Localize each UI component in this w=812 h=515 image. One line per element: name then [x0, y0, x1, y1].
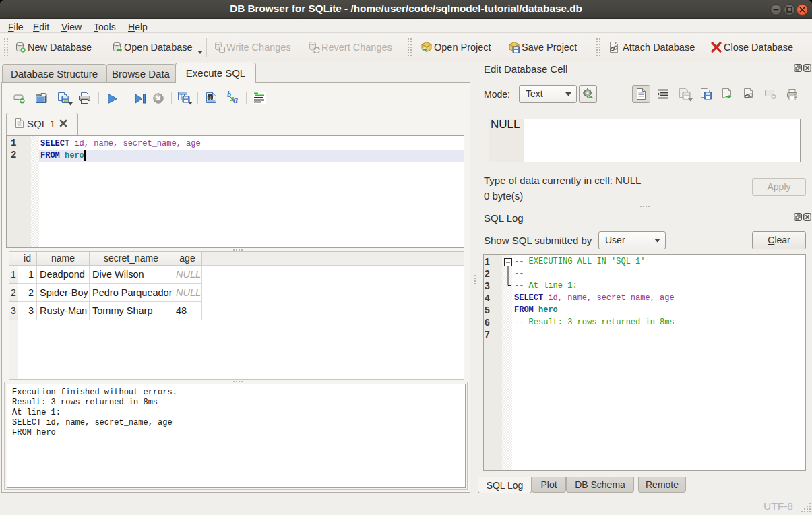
svg-text:a: a	[233, 95, 238, 104]
